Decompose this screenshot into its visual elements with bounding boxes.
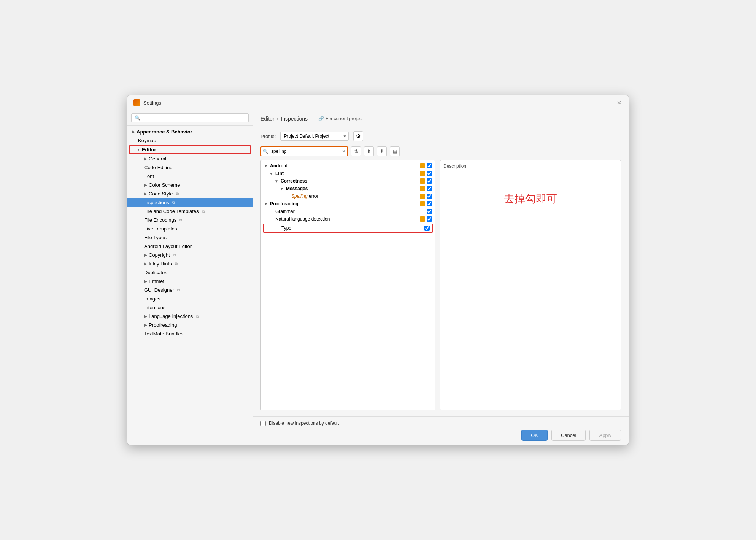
insp-item-android[interactable]: ▼ Android (261, 162, 435, 170)
sidebar-item-appearance[interactable]: ▶ Appearance & Behavior (127, 127, 253, 136)
arrow-icon: ▼ (264, 202, 268, 206)
arrow-icon: ▼ (137, 148, 140, 152)
sidebar-item-file-encodings[interactable]: File Encodings ⧉ (127, 216, 253, 224)
sidebar-item-duplicates[interactable]: Duplicates (127, 268, 253, 277)
messages-checkbox[interactable] (427, 186, 432, 191)
minimize-button[interactable]: ▤ (390, 146, 400, 156)
close-button[interactable]: ✕ (616, 99, 623, 106)
color-square-orange (420, 216, 425, 222)
minimize-icon: ▤ (393, 149, 397, 154)
sidebar-item-label: Images (144, 296, 160, 302)
disable-new-inspections-checkbox[interactable] (260, 421, 266, 426)
copy-icon: ⧉ (177, 288, 180, 292)
inspections-area: ▼ Android ▼ Lint (260, 160, 621, 410)
color-square-orange (420, 194, 425, 199)
arrow-icon: ▶ (144, 262, 147, 266)
app-icon: i (133, 99, 140, 106)
lint-checkbox[interactable] (427, 171, 432, 176)
insp-item-typo[interactable]: Typo (263, 224, 433, 233)
insp-item-spelling-error[interactable]: Spelling error (261, 192, 435, 200)
sidebar-item-label: File Types (144, 235, 167, 240)
inspections-search-input[interactable] (260, 146, 348, 156)
sidebar-item-code-editing[interactable]: Code Editing (127, 163, 253, 172)
button-row: OK Cancel Apply (260, 430, 621, 441)
grammar-checkbox[interactable] (427, 209, 432, 214)
color-square-orange (420, 163, 425, 168)
filter-button[interactable]: ⚗ (351, 146, 361, 156)
title-bar: i Settings ✕ (127, 95, 629, 110)
sidebar-item-images[interactable]: Images (127, 294, 253, 303)
for-project-link[interactable]: 🔗 For current project (318, 116, 363, 121)
insp-label: Grammar (275, 209, 425, 214)
insp-item-messages[interactable]: ▼ Messages (261, 185, 435, 192)
sidebar-item-proofreading[interactable]: ▶ Proofreading (127, 321, 253, 329)
android-checkbox[interactable] (427, 163, 432, 168)
apply-button[interactable]: Apply (589, 430, 621, 441)
insp-label: Proofreading (270, 201, 418, 206)
sidebar-item-general[interactable]: ▶ General (127, 154, 253, 163)
sidebar-item-label: General (149, 156, 166, 162)
breadcrumb-current: Inspections (281, 116, 308, 122)
correctness-checkbox[interactable] (427, 178, 432, 184)
sidebar-item-emmet[interactable]: ▶ Emmet (127, 277, 253, 286)
profile-row: Profile: Project Default Project ▼ ⚙ (260, 131, 621, 141)
gear-button[interactable]: ⚙ (353, 131, 363, 141)
sidebar-item-keymap[interactable]: Keymap (127, 136, 253, 145)
sidebar-item-live-templates[interactable]: Live Templates (127, 224, 253, 233)
copy-icon: ⧉ (196, 314, 199, 319)
sidebar-item-textmate-bundles[interactable]: TextMate Bundles (127, 329, 253, 338)
sidebar-item-gui-designer[interactable]: GUI Designer ⧉ (127, 286, 253, 294)
sidebar-item-label: Appearance & Behavior (137, 129, 192, 135)
typo-checkbox[interactable] (424, 226, 430, 231)
expand-all-button[interactable]: ⬆ (364, 146, 374, 156)
sidebar-item-file-types[interactable]: File Types (127, 233, 253, 242)
spelling-error-checkbox[interactable] (427, 194, 432, 199)
natural-language-checkbox[interactable] (427, 216, 432, 222)
insp-label: Typo (281, 226, 423, 231)
color-square-orange (420, 178, 425, 184)
sidebar-item-label: Intentions (144, 305, 165, 310)
profile-select[interactable]: Project Default Project (280, 132, 349, 141)
sidebar-item-label: File and Code Templates (144, 208, 199, 214)
copy-icon: ⧉ (176, 192, 179, 196)
search-filter-wrapper: 🔍 ✕ (260, 146, 348, 156)
sidebar-item-editor[interactable]: ▼ Editor (129, 145, 251, 154)
copy-icon: ⧉ (175, 262, 178, 266)
insp-label: Natural language detection (275, 216, 418, 222)
right-panel: Editor › Inspections 🔗 For current proje… (253, 110, 629, 445)
sidebar-item-language-injections[interactable]: ▶ Language Injections ⧉ (127, 312, 253, 321)
sidebar-item-code-style[interactable]: ▶ Code Style ⧉ (127, 189, 253, 198)
arrow-icon: ▶ (132, 130, 135, 134)
sidebar-item-copyright[interactable]: ▶ Copyright ⧉ (127, 251, 253, 259)
collapse-all-button[interactable]: ⬇ (377, 146, 387, 156)
sidebar-item-color-scheme[interactable]: ▶ Color Scheme (127, 181, 253, 189)
insp-label: Lint (275, 171, 418, 176)
disable-label: Disable new inspections by default (269, 421, 339, 426)
sidebar-item-label: Code Style (149, 191, 173, 197)
clear-icon[interactable]: ✕ (342, 149, 346, 154)
insp-item-grammar[interactable]: Grammar (261, 208, 435, 215)
sidebar-search-input[interactable] (131, 113, 249, 122)
arrow-icon: ▼ (275, 179, 279, 183)
sidebar-item-android-layout-editor[interactable]: Android Layout Editor (127, 242, 253, 251)
link-icon: 🔗 (318, 116, 324, 121)
sidebar-item-intentions[interactable]: Intentions (127, 303, 253, 312)
sidebar-item-file-code-templates[interactable]: File and Code Templates ⧉ (127, 207, 253, 216)
insp-item-lint[interactable]: ▼ Lint (261, 170, 435, 177)
insp-item-natural-language[interactable]: Natural language detection (261, 215, 435, 223)
ok-button[interactable]: OK (521, 430, 548, 441)
sidebar-item-label: Inspections (144, 200, 169, 205)
sidebar-item-inspections[interactable]: Inspections ⧉ (127, 198, 253, 207)
sidebar-item-label: TextMate Bundles (144, 331, 183, 337)
color-square-orange (420, 186, 425, 191)
sidebar-item-label: Editor (142, 147, 156, 152)
sidebar-item-label: Keymap (138, 138, 156, 143)
insp-item-correctness[interactable]: ▼ Correctness (261, 177, 435, 185)
breadcrumb-separator: › (277, 116, 279, 122)
insp-item-proofreading[interactable]: ▼ Proofreading (261, 200, 435, 208)
proofreading-checkbox[interactable] (427, 201, 432, 206)
sidebar-item-inlay-hints[interactable]: ▶ Inlay Hints ⧉ (127, 259, 253, 268)
cancel-button[interactable]: Cancel (551, 430, 586, 441)
copy-icon: ⧉ (172, 200, 175, 205)
sidebar-item-font[interactable]: Font (127, 172, 253, 181)
